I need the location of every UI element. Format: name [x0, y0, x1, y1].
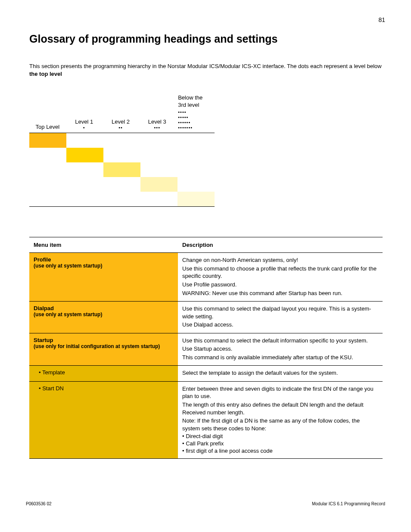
- table-row-template: • Template Select the template to assign…: [29, 366, 383, 382]
- desc-line: Use this command to select the default i…: [182, 337, 378, 345]
- table-row-dialpad: Dialpad (use only at system startup) Use…: [29, 302, 383, 333]
- level-row: [29, 192, 215, 206]
- page-footer: P0603536 02 Modular ICS 6.1 Programming …: [26, 501, 385, 506]
- level-row: [29, 148, 215, 162]
- menu-title: Startup: [34, 337, 174, 343]
- menu-cell: Profile (use only at system startup): [29, 253, 178, 302]
- header-menu-item: Menu item: [29, 237, 178, 253]
- desc-line: Select the template to assign the defaul…: [182, 369, 378, 377]
- level-dots: •••••: [178, 115, 215, 120]
- level-dots: •••: [139, 125, 175, 130]
- level-spacer: [103, 177, 140, 192]
- desc-line: Use Startup access.: [182, 345, 378, 353]
- desc-bullet: • first digit of a line pool access code: [182, 448, 378, 454]
- level-spacer: [29, 148, 66, 162]
- desc-cell: Select the template to assign the defaul…: [178, 366, 383, 382]
- level-header-2: Level 2 ••: [103, 118, 139, 130]
- level-box: [140, 177, 177, 192]
- level-box: [177, 192, 215, 206]
- level-spacer: [66, 192, 103, 206]
- menu-cell: Startup (use only for initial configurat…: [29, 333, 178, 366]
- menu-cell: • Template: [29, 366, 178, 382]
- menu-title: • Start DN: [34, 385, 174, 392]
- level-dots: ••••••: [178, 120, 215, 125]
- level-box: [103, 162, 140, 177]
- level-row: [29, 177, 215, 192]
- level-dots: •: [66, 125, 103, 130]
- footer-left: P0603536 02: [26, 501, 52, 506]
- intro-paragraph: This section presents the programming hi…: [29, 62, 385, 78]
- glossary-table: Menu item Description Profile (use only …: [29, 237, 383, 459]
- menu-cell: • Start DN: [29, 381, 178, 458]
- desc-cell: Use this command to select the default i…: [178, 333, 383, 366]
- footer-right: Modular ICS 6.1 Programming Record: [312, 501, 385, 506]
- level-dots: ••••: [178, 109, 215, 115]
- level-header-1: Level 1 •: [66, 118, 103, 130]
- desc-line: WARNING: Never use this command after St…: [182, 289, 378, 297]
- levels-diagram: Top Level Level 1 • Level 2 •• Level 3 •…: [29, 95, 215, 207]
- menu-title: Dialpad: [34, 305, 174, 311]
- page-title: Glossary of programming headings and set…: [29, 33, 385, 45]
- level-dots: ••: [103, 125, 139, 130]
- intro-text: This section presents the programming hi…: [29, 63, 382, 69]
- level-row: [29, 133, 215, 148]
- level-label: Level 3: [139, 118, 175, 125]
- level-box: [29, 133, 66, 148]
- desc-line: Change on non-North American systems, on…: [182, 256, 378, 264]
- page-container: 81 Glossary of programming headings and …: [0, 0, 411, 532]
- level-below-label1: Below the: [178, 95, 215, 101]
- level-spacer: [140, 192, 177, 206]
- menu-title: • Template: [34, 369, 174, 376]
- levels-headers: Top Level Level 1 • Level 2 •• Level 3 •…: [29, 95, 215, 130]
- desc-cell: Change on non-North American systems, on…: [178, 253, 383, 302]
- level-label: Top Level: [29, 124, 66, 130]
- table-row-startup: Startup (use only for initial configurat…: [29, 333, 383, 366]
- level-header-top: Top Level: [29, 124, 66, 130]
- level-spacer: [66, 162, 103, 177]
- level-spacer: [103, 192, 140, 206]
- table-header-row: Menu item Description: [29, 237, 383, 253]
- intro-bold: the top level: [29, 71, 62, 77]
- menu-title: Profile: [34, 256, 174, 263]
- level-header-below: Below the 3rd level •••• ••••• •••••• ••…: [175, 95, 215, 130]
- menu-note: (use only for initial configuration at s…: [34, 343, 174, 349]
- level-row: [29, 162, 215, 177]
- header-description: Description: [178, 237, 383, 253]
- desc-line: Note: If the first digit of a DN is the …: [182, 417, 378, 432]
- levels-boxes: [29, 133, 215, 207]
- level-below-label2: 3rd level: [178, 102, 215, 109]
- desc-line: This command is only available immediate…: [182, 354, 378, 361]
- table-row-profile: Profile (use only at system startup) Cha…: [29, 253, 383, 302]
- desc-line: Use this command to select the dialpad l…: [182, 305, 378, 320]
- desc-line: Use Profile password.: [182, 281, 378, 289]
- desc-line: Use this command to choose a profile tha…: [182, 265, 378, 280]
- level-label: Level 1: [66, 118, 103, 125]
- level-spacer: [66, 177, 103, 192]
- desc-line: Enter between three and seven digits to …: [182, 385, 378, 400]
- desc-line: The length of this entry also defines th…: [182, 401, 378, 416]
- level-header-3: Level 3 •••: [139, 118, 175, 130]
- desc-bullet: • Call Park prefix: [182, 440, 378, 447]
- level-box: [66, 148, 103, 162]
- menu-cell: Dialpad (use only at system startup): [29, 302, 178, 333]
- menu-note: (use only at system startup): [34, 311, 174, 317]
- desc-cell: Enter between three and seven digits to …: [178, 381, 383, 458]
- table-row-startdn: • Start DN Enter between three and seven…: [29, 381, 383, 458]
- desc-cell: Use this command to select the dialpad l…: [178, 302, 383, 333]
- level-spacer: [29, 192, 66, 206]
- menu-note: (use only at system startup): [34, 263, 174, 269]
- desc-bullet: • Direct-dial digit: [182, 433, 378, 439]
- level-spacer: [29, 162, 66, 177]
- level-spacer: [29, 177, 66, 192]
- level-dots: •••••••: [178, 125, 215, 130]
- level-label: Level 2: [103, 118, 139, 125]
- desc-line: Use Dialpad access.: [182, 321, 378, 329]
- page-number: 81: [378, 16, 385, 23]
